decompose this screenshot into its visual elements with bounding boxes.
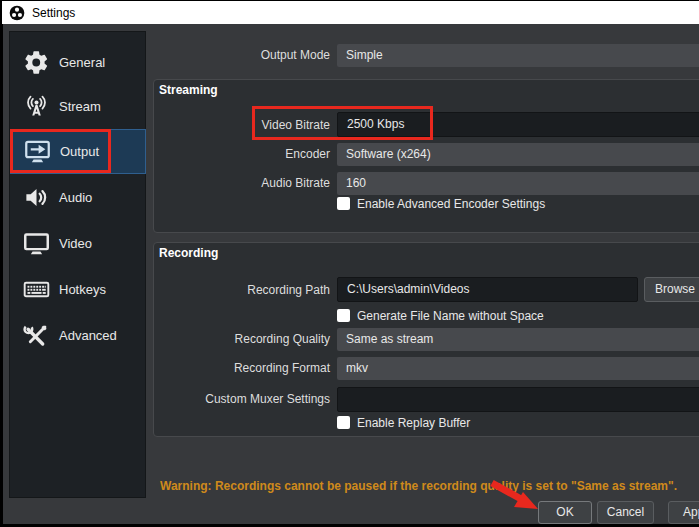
sidebar-item-audio[interactable]: Audio: [10, 175, 146, 220]
sidebar-item-label: Audio: [59, 190, 92, 205]
obs-settings-window: Settings General Stream: [0, 0, 699, 527]
sidebar-item-advanced[interactable]: Advanced: [10, 313, 146, 358]
audio-bitrate-label: Audio Bitrate: [148, 176, 330, 190]
recording-quality-select[interactable]: Same as stream: [337, 328, 699, 351]
tools-icon: [22, 322, 51, 349]
cancel-button[interactable]: Cancel: [597, 501, 654, 524]
window-title: Settings: [32, 6, 75, 20]
output-mode-label: Output Mode: [148, 48, 330, 62]
recording-path-input[interactable]: C:\Users\admin\Videos: [337, 277, 638, 302]
apply-button[interactable]: Apply: [668, 501, 699, 524]
broadcast-icon: [22, 93, 51, 120]
enable-replay-buffer-checkbox[interactable]: [337, 416, 350, 429]
annotation-box-output: [10, 129, 111, 173]
sidebar-item-general[interactable]: General: [10, 40, 146, 85]
titlebar: Settings: [2, 1, 699, 24]
annotation-box-video-bitrate: [252, 106, 433, 140]
keyboard-icon: [22, 276, 51, 303]
annotation-arrow-ok: [486, 478, 544, 516]
sidebar-item-label: Stream: [59, 99, 101, 114]
ok-button[interactable]: OK: [538, 501, 592, 524]
generate-filename-label: Generate File Name without Space: [357, 309, 544, 323]
recording-format-label: Recording Format: [148, 361, 330, 375]
audio-bitrate-select[interactable]: 160: [337, 172, 699, 195]
recording-quality-label: Recording Quality: [148, 332, 330, 346]
settings-dialog: General Stream Output: [3, 24, 699, 524]
recording-path-label: Recording Path: [148, 283, 330, 297]
recording-warning-text: Warning: Recordings cannot be paused if …: [160, 479, 699, 493]
custom-muxer-input[interactable]: [337, 387, 699, 412]
sidebar-item-label: General: [59, 55, 105, 70]
recording-group-title: Recording: [159, 246, 218, 260]
sidebar-item-label: Video: [59, 236, 92, 251]
recording-format-select[interactable]: mkv: [337, 357, 699, 380]
monitor-icon: [22, 230, 51, 257]
streaming-group-title: Streaming: [159, 83, 218, 97]
custom-muxer-label: Custom Muxer Settings: [148, 392, 330, 406]
output-mode-select[interactable]: Simple: [337, 44, 699, 67]
sidebar-item-label: Advanced: [59, 328, 117, 343]
sidebar-item-hotkeys[interactable]: Hotkeys: [10, 267, 146, 312]
speaker-icon: [22, 184, 51, 211]
enable-advanced-encoder-checkbox[interactable]: [337, 197, 350, 210]
settings-nav-list: General Stream Output: [9, 31, 146, 498]
generate-filename-checkbox[interactable]: [337, 309, 350, 322]
browse-button[interactable]: Browse: [644, 277, 699, 302]
sidebar-item-label: Hotkeys: [59, 282, 106, 297]
enable-replay-buffer-label: Enable Replay Buffer: [357, 416, 470, 430]
gear-icon: [22, 49, 51, 76]
sidebar-item-video[interactable]: Video: [10, 221, 146, 266]
encoder-select[interactable]: Software (x264): [337, 143, 699, 166]
obs-logo-icon: [9, 5, 25, 21]
sidebar-item-stream[interactable]: Stream: [10, 84, 146, 129]
enable-advanced-encoder-label: Enable Advanced Encoder Settings: [357, 197, 545, 211]
encoder-label: Encoder: [148, 147, 330, 161]
